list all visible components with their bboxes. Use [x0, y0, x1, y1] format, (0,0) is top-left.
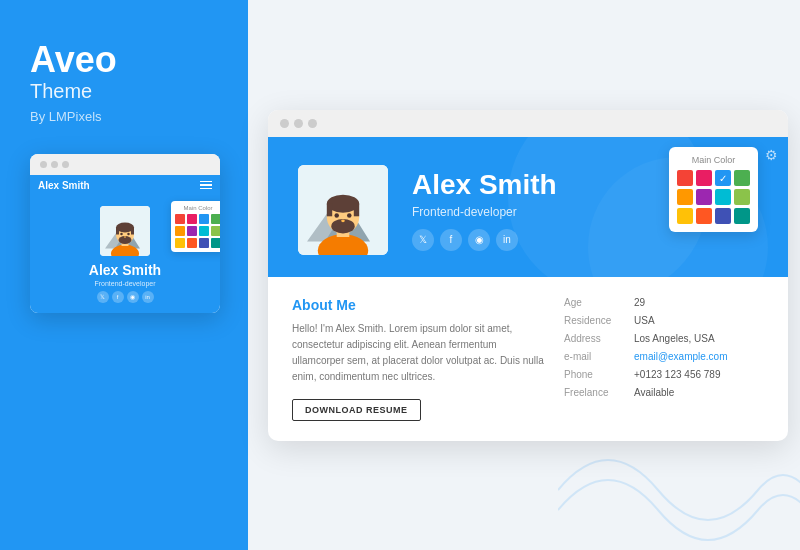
mini-nav: Alex Smith [30, 175, 220, 196]
mini-dot-2 [51, 161, 58, 168]
mini-hamburger-icon[interactable] [200, 181, 212, 190]
big-color-swatch-7[interactable] [734, 189, 750, 205]
big-color-swatch-3[interactable] [734, 170, 750, 186]
info-row-2: AddressLos Angeles, USA [564, 333, 764, 344]
brand-title: Aveo [30, 40, 117, 80]
big-avatar [298, 165, 388, 255]
mini-color-swatch-5[interactable] [187, 226, 197, 236]
mini-browser: Alex Smith ⚙ Main Color [30, 154, 220, 313]
about-heading-highlight: Me [336, 297, 355, 313]
info-label-5: Freelance [564, 387, 634, 398]
mini-color-panel: Main Color [171, 201, 220, 252]
mini-avatar [100, 206, 150, 256]
mini-color-swatch-3[interactable] [211, 214, 220, 224]
svg-point-25 [341, 219, 345, 222]
big-color-swatch-4[interactable] [677, 189, 693, 205]
big-dot-3 [308, 119, 317, 128]
big-dot-1 [280, 119, 289, 128]
big-facebook-icon[interactable]: f [440, 229, 462, 251]
big-color-grid [677, 170, 750, 224]
mini-name: Alex Smith [89, 262, 161, 278]
about-left: About Me Hello! I'm Alex Smith. Lorem ip… [292, 297, 544, 421]
big-gear-icon[interactable]: ⚙ [765, 147, 778, 163]
big-color-swatch-5[interactable] [696, 189, 712, 205]
mini-nav-title: Alex Smith [38, 180, 90, 191]
mini-browser-bar [30, 154, 220, 175]
mini-color-swatch-7[interactable] [211, 226, 220, 236]
about-heading-text: About [292, 297, 336, 313]
info-row-0: Age29 [564, 297, 764, 308]
big-color-swatch-10[interactable] [715, 208, 731, 224]
svg-rect-20 [327, 203, 332, 216]
big-linkedin-icon[interactable]: in [496, 229, 518, 251]
mini-dot-3 [62, 161, 69, 168]
big-color-swatch-6[interactable] [715, 189, 731, 205]
info-label-1: Residence [564, 315, 634, 326]
big-twitter-icon[interactable]: 𝕏 [412, 229, 434, 251]
info-row-4: Phone+0123 123 456 789 [564, 369, 764, 380]
mini-color-swatch-10[interactable] [199, 238, 209, 248]
big-color-swatch-1[interactable] [696, 170, 712, 186]
svg-rect-7 [116, 227, 119, 234]
mini-color-swatch-6[interactable] [199, 226, 209, 236]
mini-color-panel-title: Main Color [175, 205, 220, 211]
svg-point-10 [120, 232, 123, 235]
big-color-swatch-8[interactable] [677, 208, 693, 224]
mini-color-swatch-2[interactable] [199, 214, 209, 224]
info-row-5: FreelanceAvailable [564, 387, 764, 398]
mini-content: ⚙ Main Color [30, 196, 220, 313]
big-socials: 𝕏 f ◉ in [412, 229, 758, 251]
mini-twitter-icon[interactable]: 𝕏 [97, 291, 109, 303]
decorative-wave [558, 430, 800, 550]
info-value-2: Los Angeles, USA [634, 333, 715, 344]
mini-instagram-icon[interactable]: ◉ [127, 291, 139, 303]
info-label-0: Age [564, 297, 634, 308]
info-row-3: e-mailemail@example.com [564, 351, 764, 362]
brand-by: By LMPixels [30, 109, 102, 124]
about-right: Age29ResidenceUSAAddressLos Angeles, USA… [564, 297, 764, 421]
info-value-1: USA [634, 315, 655, 326]
big-hero: ⚙ Main Color [268, 137, 788, 277]
svg-rect-8 [131, 227, 134, 234]
big-browser-bar [268, 110, 788, 137]
download-resume-button[interactable]: DOWNLOAD RESUME [292, 399, 421, 421]
info-value-5: Available [634, 387, 674, 398]
big-color-swatch-2[interactable] [715, 170, 731, 186]
info-label-2: Address [564, 333, 634, 344]
big-color-swatch-11[interactable] [734, 208, 750, 224]
svg-point-24 [347, 213, 352, 218]
mini-facebook-icon[interactable]: f [112, 291, 124, 303]
mini-color-grid [175, 214, 220, 248]
info-label-4: Phone [564, 369, 634, 380]
brand-subtitle: Theme [30, 80, 92, 103]
info-row-1: ResidenceUSA [564, 315, 764, 326]
mini-socials: 𝕏 f ◉ in [97, 291, 154, 303]
big-browser: ⚙ Main Color [268, 110, 788, 441]
mini-color-swatch-4[interactable] [175, 226, 185, 236]
mini-color-swatch-1[interactable] [187, 214, 197, 224]
info-value-4: +0123 123 456 789 [634, 369, 720, 380]
info-label-3: e-mail [564, 351, 634, 362]
svg-point-23 [334, 213, 339, 218]
big-about-section: About Me Hello! I'm Alex Smith. Lorem ip… [268, 277, 788, 441]
info-value-3[interactable]: email@example.com [634, 351, 728, 362]
mini-color-swatch-11[interactable] [211, 238, 220, 248]
about-heading: About Me [292, 297, 544, 313]
about-text: Hello! I'm Alex Smith. Lorem ipsum dolor… [292, 321, 544, 385]
mini-role: Frontend-developer [94, 280, 155, 287]
mini-linkedin-icon[interactable]: in [142, 291, 154, 303]
left-panel: Aveo Theme By LMPixels Alex Smith ⚙ Main… [0, 0, 248, 550]
big-color-swatch-0[interactable] [677, 170, 693, 186]
mini-color-swatch-9[interactable] [187, 238, 197, 248]
svg-point-12 [124, 236, 126, 238]
mini-color-swatch-0[interactable] [175, 214, 185, 224]
big-color-panel: Main Color [669, 147, 758, 232]
svg-point-11 [127, 232, 130, 235]
right-panel: ⚙ Main Color [248, 0, 800, 550]
mini-color-swatch-8[interactable] [175, 238, 185, 248]
big-color-panel-title: Main Color [677, 155, 750, 165]
big-color-swatch-9[interactable] [696, 208, 712, 224]
mini-dot-1 [40, 161, 47, 168]
svg-rect-21 [354, 203, 359, 216]
big-instagram-icon[interactable]: ◉ [468, 229, 490, 251]
